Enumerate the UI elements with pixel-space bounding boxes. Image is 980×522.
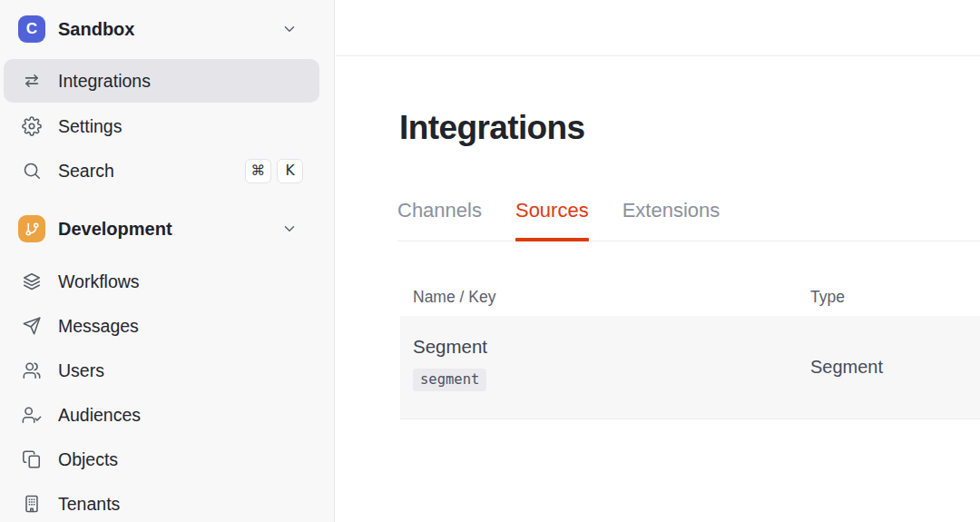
sidebar-item-settings[interactable]: Settings	[4, 106, 319, 146]
section-name: Development	[58, 219, 172, 240]
sidebar-item-messages[interactable]: Messages	[4, 306, 319, 346]
tab-sources[interactable]: Sources	[515, 198, 589, 241]
sidebar-item-label: Workflows	[58, 271, 140, 292]
keycap-k: K	[277, 159, 303, 183]
top-bar	[336, 0, 980, 56]
sidebar-section-development[interactable]: Development	[4, 209, 319, 249]
tab-channels[interactable]: Channels	[397, 198, 482, 241]
page-title: Integrations	[399, 109, 585, 147]
layers-icon	[22, 271, 42, 291]
sidebar-item-objects[interactable]: Objects	[4, 439, 319, 479]
integration-name: Segment	[413, 336, 487, 358]
sidebar-item-label: Tenants	[58, 494, 120, 515]
sidebar-item-label: Integrations	[58, 71, 151, 92]
gear-icon	[22, 116, 42, 136]
workspace-switcher[interactable]: C Sandbox	[4, 9, 319, 49]
sidebar: C Sandbox Integrations	[0, 0, 335, 522]
tab-bar: Channels Sources Extensions	[397, 198, 980, 241]
integration-key-badge: segment	[413, 369, 486, 391]
user-check-icon	[22, 405, 42, 425]
main-content: Integrations Channels Sources Extensions…	[336, 0, 980, 522]
column-header-name-key: Name / Key	[413, 288, 495, 307]
sidebar-item-label: Settings	[58, 116, 122, 137]
chevron-down-icon	[281, 221, 298, 237]
paper-plane-icon	[22, 316, 42, 336]
users-icon	[22, 360, 42, 380]
sidebar-item-label: Users	[58, 360, 104, 381]
tab-extensions[interactable]: Extensions	[622, 198, 720, 241]
sidebar-item-label: Audiences	[58, 405, 141, 426]
building-icon	[22, 494, 42, 514]
chevron-down-icon	[281, 21, 298, 37]
sidebar-item-workflows[interactable]: Workflows	[4, 261, 319, 301]
table-row[interactable]: Segment segment Segment	[400, 316, 980, 419]
search-icon	[22, 161, 42, 181]
search-shortcut: ⌘ K	[245, 159, 304, 183]
logo-initial: C	[26, 20, 37, 38]
keycap-cmd: ⌘	[245, 159, 272, 183]
app-window: C Sandbox Integrations	[0, 0, 980, 522]
swap-horizontal-icon	[22, 71, 42, 91]
copy-icon	[22, 449, 42, 469]
sidebar-item-label: Messages	[58, 316, 139, 337]
column-header-type: Type	[810, 288, 845, 307]
sidebar-item-label: Objects	[58, 449, 118, 470]
git-branch-icon	[18, 215, 45, 242]
integration-type: Segment	[810, 316, 883, 419]
sidebar-item-audiences[interactable]: Audiences	[4, 395, 319, 435]
sidebar-item-tenants[interactable]: Tenants	[4, 484, 319, 522]
sidebar-item-integrations[interactable]: Integrations	[4, 59, 319, 103]
sidebar-item-label: Search	[58, 161, 114, 182]
courier-logo: C	[18, 15, 45, 43]
workspace-name: Sandbox	[58, 19, 134, 40]
sidebar-item-users[interactable]: Users	[4, 350, 319, 390]
sidebar-item-search[interactable]: Search ⌘ K	[4, 151, 319, 191]
